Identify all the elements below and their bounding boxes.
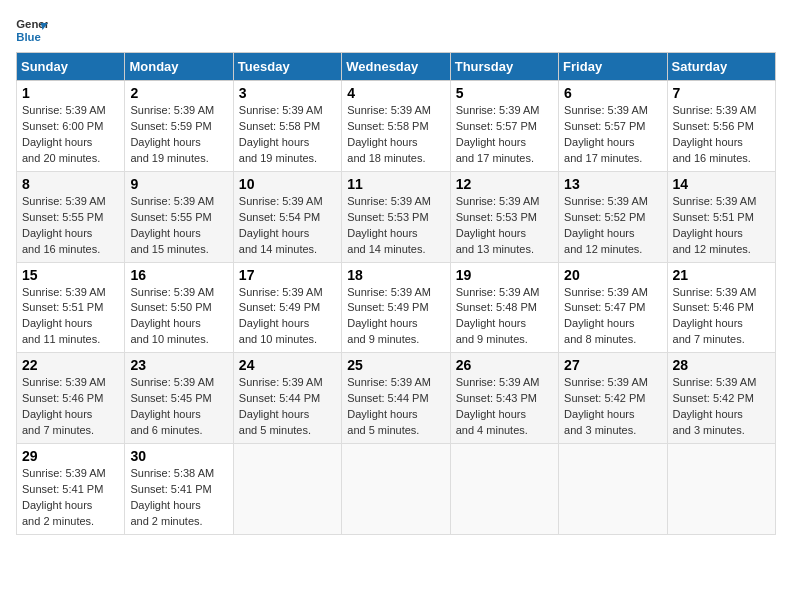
cell-info: Sunrise: 5:39 AMSunset: 5:49 PMDaylight …: [347, 285, 444, 349]
cell-info: Sunrise: 5:39 AMSunset: 5:42 PMDaylight …: [564, 375, 661, 439]
day-number: 23: [130, 357, 227, 373]
day-number: 27: [564, 357, 661, 373]
calendar-cell: 7Sunrise: 5:39 AMSunset: 5:56 PMDaylight…: [667, 81, 775, 172]
weekday-header-friday: Friday: [559, 53, 667, 81]
cell-info: Sunrise: 5:39 AMSunset: 5:44 PMDaylight …: [347, 375, 444, 439]
day-number: 24: [239, 357, 336, 373]
day-number: 16: [130, 267, 227, 283]
logo: General Blue: [16, 16, 48, 44]
cell-info: Sunrise: 5:39 AMSunset: 5:46 PMDaylight …: [22, 375, 119, 439]
cell-info: Sunrise: 5:39 AMSunset: 5:45 PMDaylight …: [130, 375, 227, 439]
cell-info: Sunrise: 5:39 AMSunset: 6:00 PMDaylight …: [22, 103, 119, 167]
day-number: 3: [239, 85, 336, 101]
calendar-cell: 28Sunrise: 5:39 AMSunset: 5:42 PMDayligh…: [667, 353, 775, 444]
calendar-body: 1Sunrise: 5:39 AMSunset: 6:00 PMDaylight…: [17, 81, 776, 535]
cell-info: Sunrise: 5:39 AMSunset: 5:54 PMDaylight …: [239, 194, 336, 258]
day-number: 21: [673, 267, 770, 283]
day-number: 20: [564, 267, 661, 283]
calendar-week-5: 29Sunrise: 5:39 AMSunset: 5:41 PMDayligh…: [17, 444, 776, 535]
cell-info: Sunrise: 5:39 AMSunset: 5:57 PMDaylight …: [456, 103, 553, 167]
day-number: 29: [22, 448, 119, 464]
calendar-week-4: 22Sunrise: 5:39 AMSunset: 5:46 PMDayligh…: [17, 353, 776, 444]
calendar-cell: 21Sunrise: 5:39 AMSunset: 5:46 PMDayligh…: [667, 262, 775, 353]
cell-info: Sunrise: 5:39 AMSunset: 5:53 PMDaylight …: [456, 194, 553, 258]
day-number: 9: [130, 176, 227, 192]
calendar-cell: 11Sunrise: 5:39 AMSunset: 5:53 PMDayligh…: [342, 171, 450, 262]
calendar-cell: [233, 444, 341, 535]
calendar-cell: 13Sunrise: 5:39 AMSunset: 5:52 PMDayligh…: [559, 171, 667, 262]
cell-info: Sunrise: 5:39 AMSunset: 5:46 PMDaylight …: [673, 285, 770, 349]
calendar-cell: [667, 444, 775, 535]
logo-icon: General Blue: [16, 16, 48, 44]
calendar-cell: 4Sunrise: 5:39 AMSunset: 5:58 PMDaylight…: [342, 81, 450, 172]
cell-info: Sunrise: 5:39 AMSunset: 5:52 PMDaylight …: [564, 194, 661, 258]
cell-info: Sunrise: 5:38 AMSunset: 5:41 PMDaylight …: [130, 466, 227, 530]
calendar-cell: 5Sunrise: 5:39 AMSunset: 5:57 PMDaylight…: [450, 81, 558, 172]
calendar-header: SundayMondayTuesdayWednesdayThursdayFrid…: [17, 53, 776, 81]
day-number: 30: [130, 448, 227, 464]
day-number: 19: [456, 267, 553, 283]
day-number: 8: [22, 176, 119, 192]
cell-info: Sunrise: 5:39 AMSunset: 5:53 PMDaylight …: [347, 194, 444, 258]
day-number: 18: [347, 267, 444, 283]
calendar-cell: 19Sunrise: 5:39 AMSunset: 5:48 PMDayligh…: [450, 262, 558, 353]
cell-info: Sunrise: 5:39 AMSunset: 5:50 PMDaylight …: [130, 285, 227, 349]
weekday-header-sunday: Sunday: [17, 53, 125, 81]
calendar-cell: 3Sunrise: 5:39 AMSunset: 5:58 PMDaylight…: [233, 81, 341, 172]
calendar-cell: [559, 444, 667, 535]
day-number: 7: [673, 85, 770, 101]
day-number: 15: [22, 267, 119, 283]
calendar-cell: 30Sunrise: 5:38 AMSunset: 5:41 PMDayligh…: [125, 444, 233, 535]
cell-info: Sunrise: 5:39 AMSunset: 5:48 PMDaylight …: [456, 285, 553, 349]
cell-info: Sunrise: 5:39 AMSunset: 5:58 PMDaylight …: [347, 103, 444, 167]
day-number: 11: [347, 176, 444, 192]
calendar-cell: 1Sunrise: 5:39 AMSunset: 6:00 PMDaylight…: [17, 81, 125, 172]
calendar-cell: 26Sunrise: 5:39 AMSunset: 5:43 PMDayligh…: [450, 353, 558, 444]
cell-info: Sunrise: 5:39 AMSunset: 5:56 PMDaylight …: [673, 103, 770, 167]
calendar-table: SundayMondayTuesdayWednesdayThursdayFrid…: [16, 52, 776, 535]
cell-info: Sunrise: 5:39 AMSunset: 5:55 PMDaylight …: [130, 194, 227, 258]
day-number: 13: [564, 176, 661, 192]
calendar-cell: 6Sunrise: 5:39 AMSunset: 5:57 PMDaylight…: [559, 81, 667, 172]
cell-info: Sunrise: 5:39 AMSunset: 5:44 PMDaylight …: [239, 375, 336, 439]
calendar-cell: 20Sunrise: 5:39 AMSunset: 5:47 PMDayligh…: [559, 262, 667, 353]
weekday-header-wednesday: Wednesday: [342, 53, 450, 81]
day-number: 26: [456, 357, 553, 373]
calendar-cell: 9Sunrise: 5:39 AMSunset: 5:55 PMDaylight…: [125, 171, 233, 262]
cell-info: Sunrise: 5:39 AMSunset: 5:47 PMDaylight …: [564, 285, 661, 349]
day-number: 6: [564, 85, 661, 101]
calendar-week-2: 8Sunrise: 5:39 AMSunset: 5:55 PMDaylight…: [17, 171, 776, 262]
day-number: 1: [22, 85, 119, 101]
day-number: 22: [22, 357, 119, 373]
weekday-header-monday: Monday: [125, 53, 233, 81]
calendar-week-1: 1Sunrise: 5:39 AMSunset: 6:00 PMDaylight…: [17, 81, 776, 172]
day-number: 10: [239, 176, 336, 192]
cell-info: Sunrise: 5:39 AMSunset: 5:59 PMDaylight …: [130, 103, 227, 167]
weekday-header-tuesday: Tuesday: [233, 53, 341, 81]
calendar-cell: 18Sunrise: 5:39 AMSunset: 5:49 PMDayligh…: [342, 262, 450, 353]
cell-info: Sunrise: 5:39 AMSunset: 5:42 PMDaylight …: [673, 375, 770, 439]
cell-info: Sunrise: 5:39 AMSunset: 5:57 PMDaylight …: [564, 103, 661, 167]
calendar-cell: 22Sunrise: 5:39 AMSunset: 5:46 PMDayligh…: [17, 353, 125, 444]
calendar-cell: [450, 444, 558, 535]
cell-info: Sunrise: 5:39 AMSunset: 5:43 PMDaylight …: [456, 375, 553, 439]
cell-info: Sunrise: 5:39 AMSunset: 5:51 PMDaylight …: [22, 285, 119, 349]
calendar-cell: 15Sunrise: 5:39 AMSunset: 5:51 PMDayligh…: [17, 262, 125, 353]
calendar-cell: 16Sunrise: 5:39 AMSunset: 5:50 PMDayligh…: [125, 262, 233, 353]
cell-info: Sunrise: 5:39 AMSunset: 5:55 PMDaylight …: [22, 194, 119, 258]
cell-info: Sunrise: 5:39 AMSunset: 5:49 PMDaylight …: [239, 285, 336, 349]
calendar-cell: 23Sunrise: 5:39 AMSunset: 5:45 PMDayligh…: [125, 353, 233, 444]
calendar-cell: 14Sunrise: 5:39 AMSunset: 5:51 PMDayligh…: [667, 171, 775, 262]
calendar-cell: 8Sunrise: 5:39 AMSunset: 5:55 PMDaylight…: [17, 171, 125, 262]
day-number: 25: [347, 357, 444, 373]
calendar-cell: 27Sunrise: 5:39 AMSunset: 5:42 PMDayligh…: [559, 353, 667, 444]
weekday-header-saturday: Saturday: [667, 53, 775, 81]
day-number: 5: [456, 85, 553, 101]
calendar-cell: 29Sunrise: 5:39 AMSunset: 5:41 PMDayligh…: [17, 444, 125, 535]
cell-info: Sunrise: 5:39 AMSunset: 5:58 PMDaylight …: [239, 103, 336, 167]
day-number: 12: [456, 176, 553, 192]
calendar-week-3: 15Sunrise: 5:39 AMSunset: 5:51 PMDayligh…: [17, 262, 776, 353]
day-number: 2: [130, 85, 227, 101]
calendar-cell: 10Sunrise: 5:39 AMSunset: 5:54 PMDayligh…: [233, 171, 341, 262]
day-number: 17: [239, 267, 336, 283]
